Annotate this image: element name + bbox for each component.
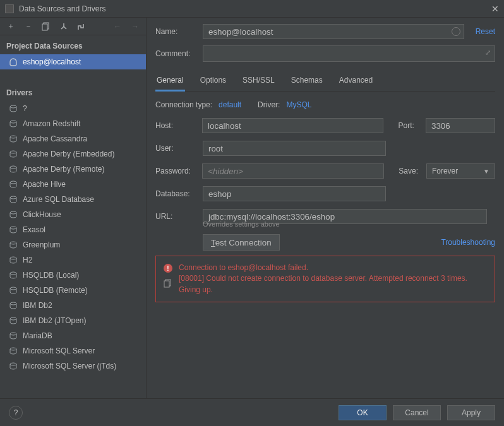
- driver-label: Driver:: [258, 100, 280, 109]
- remove-icon[interactable]: －: [24, 22, 33, 31]
- driver-item[interactable]: HSQLDB (Local): [0, 268, 146, 283]
- datasource-label: eshop@localhost: [23, 57, 81, 66]
- driver-icon: [9, 271, 18, 280]
- svg-point-16: [10, 317, 16, 320]
- port-input[interactable]: [426, 118, 495, 133]
- driver-label: Apache Hive: [23, 180, 66, 189]
- driver-icon: [9, 134, 18, 143]
- main-panel: Name: Reset Comment: ⤢ General Options S…: [147, 18, 504, 398]
- driver-label: Azure SQL Database: [23, 195, 94, 204]
- password-input[interactable]: [202, 163, 383, 179]
- driver-item[interactable]: H2: [0, 252, 146, 268]
- svg-point-11: [10, 242, 16, 244]
- driver-icon: [9, 210, 18, 219]
- project-ds-header: Project Data Sources: [0, 35, 146, 54]
- tab-sshssl[interactable]: SSH/SSL: [241, 72, 276, 91]
- add-icon[interactable]: ＋: [6, 22, 15, 31]
- copy-error-icon[interactable]: [164, 279, 172, 288]
- password-label: Password:: [155, 167, 202, 175]
- svg-point-7: [10, 181, 16, 184]
- troubleshooting-link[interactable]: Troubleshooting: [441, 238, 495, 247]
- host-label: Host:: [155, 121, 202, 130]
- error-line2: [08001] Could not create connection to d…: [179, 273, 487, 295]
- color-picker-icon[interactable]: [452, 27, 460, 36]
- driver-item[interactable]: Microsoft SQL Server: [0, 343, 146, 358]
- back-icon[interactable]: ←: [113, 22, 122, 31]
- database-input[interactable]: [203, 186, 386, 201]
- comment-input[interactable]: ⤢: [203, 45, 495, 62]
- driver-label: Apache Cassandra: [23, 134, 87, 143]
- driver-icon: [9, 195, 18, 204]
- driver-item[interactable]: Exasol: [0, 222, 146, 237]
- copy-icon[interactable]: [42, 22, 51, 31]
- driver-item[interactable]: Apache Cassandra: [0, 131, 146, 146]
- ok-button[interactable]: OK: [339, 405, 387, 420]
- help-button[interactable]: ?: [9, 406, 23, 420]
- cancel-button[interactable]: Cancel: [393, 405, 441, 420]
- driver-item[interactable]: MariaDB: [0, 328, 146, 343]
- driver-item[interactable]: HSQLDB (Remote): [0, 283, 146, 298]
- expand-icon[interactable]: ⤢: [485, 49, 491, 57]
- close-icon[interactable]: ✕: [491, 4, 499, 14]
- user-input[interactable]: [203, 141, 386, 156]
- refresh-schema-icon[interactable]: [77, 22, 86, 31]
- driver-icon: [9, 165, 18, 174]
- driver-label: H2: [23, 256, 32, 264]
- save-label: Save:: [399, 167, 426, 175]
- apply-button[interactable]: Apply: [447, 405, 495, 420]
- tab-advanced[interactable]: Advanced: [338, 72, 374, 91]
- app-icon: [5, 4, 14, 13]
- driver-link[interactable]: MySQL: [286, 100, 311, 109]
- tab-options[interactable]: Options: [199, 72, 227, 91]
- driver-icon: [9, 225, 18, 234]
- driver-icon: [9, 346, 18, 355]
- drivers-list: ?Amazon RedshiftApache CassandraApache D…: [0, 101, 146, 374]
- driver-icon: [9, 362, 18, 370]
- driver-icon: [9, 104, 18, 113]
- driver-label: Amazon Redshift: [23, 119, 80, 128]
- svg-point-17: [10, 333, 16, 335]
- name-input[interactable]: [203, 24, 464, 39]
- svg-point-9: [10, 211, 16, 214]
- tab-general[interactable]: General: [155, 72, 185, 91]
- driver-label: Microsoft SQL Server (jTds): [23, 362, 116, 370]
- driver-label: Apache Derby (Embedded): [23, 150, 114, 158]
- forward-icon[interactable]: →: [131, 22, 140, 31]
- save-value: Forever: [432, 167, 458, 175]
- settings-icon[interactable]: [59, 22, 68, 31]
- driver-item[interactable]: Apache Derby (Embedded): [0, 146, 146, 162]
- svg-point-5: [10, 151, 16, 153]
- drivers-header: Drivers: [0, 82, 146, 101]
- database-label: Database:: [155, 189, 203, 198]
- tab-schemas[interactable]: Schemas: [290, 72, 324, 91]
- driver-label: Exasol: [23, 225, 45, 234]
- driver-icon: [9, 150, 18, 158]
- datasource-item[interactable]: eshop@localhost: [0, 54, 146, 69]
- svg-point-3: [10, 121, 16, 123]
- test-connection-button[interactable]: Test Connection: [203, 234, 280, 251]
- driver-item[interactable]: Apache Derby (Remote): [0, 162, 146, 177]
- name-label: Name:: [155, 27, 203, 36]
- footer: ? OK Cancel Apply: [0, 398, 504, 426]
- url-label: URL:: [155, 212, 203, 221]
- driver-item[interactable]: IBM Db2: [0, 298, 146, 313]
- driver-item[interactable]: Amazon Redshift: [0, 116, 146, 131]
- driver-item[interactable]: Microsoft SQL Server (jTds): [0, 358, 146, 374]
- svg-point-2: [10, 105, 16, 108]
- driver-label: Apache Derby (Remote): [23, 165, 104, 174]
- host-input[interactable]: [202, 118, 383, 133]
- datasource-icon: [9, 57, 18, 66]
- reset-link[interactable]: Reset: [476, 27, 495, 36]
- conn-type-value[interactable]: default: [219, 100, 241, 109]
- user-label: User:: [155, 144, 203, 153]
- driver-item[interactable]: Azure SQL Database: [0, 192, 146, 207]
- svg-point-10: [10, 227, 16, 229]
- driver-label: MariaDB: [23, 331, 52, 340]
- save-select[interactable]: Forever ▼: [426, 163, 495, 179]
- driver-item[interactable]: IBM Db2 (JTOpen): [0, 313, 146, 328]
- sidebar-toolbar: ＋ － ← →: [0, 18, 146, 35]
- driver-item[interactable]: ClickHouse: [0, 207, 146, 222]
- driver-item[interactable]: Greenplum: [0, 237, 146, 252]
- driver-item[interactable]: Apache Hive: [0, 177, 146, 192]
- driver-item[interactable]: ?: [0, 101, 146, 116]
